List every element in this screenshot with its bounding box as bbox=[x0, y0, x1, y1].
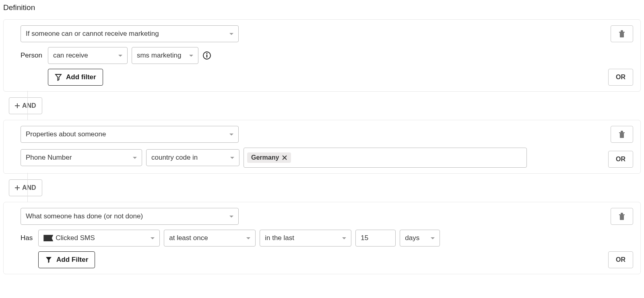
info-icon[interactable] bbox=[202, 51, 211, 60]
chevron-down-icon bbox=[246, 237, 250, 239]
rule-card: Properties about someone Phone Number co… bbox=[3, 120, 641, 174]
chevron-down-icon bbox=[431, 237, 435, 239]
add-filter-button[interactable]: Add filter bbox=[48, 69, 103, 86]
chevron-down-icon bbox=[133, 157, 137, 159]
and-connector: AND bbox=[3, 92, 641, 120]
select-label: sms marketing bbox=[137, 51, 182, 60]
chevron-down-icon bbox=[229, 33, 233, 35]
select-label: country code in bbox=[151, 154, 198, 162]
and-button[interactable]: AND bbox=[9, 179, 42, 196]
select-label: What someone has done (or not done) bbox=[26, 212, 143, 220]
country-tag: Germany bbox=[247, 152, 291, 163]
marketing-type-select[interactable]: sms marketing bbox=[132, 47, 198, 64]
has-label: Has bbox=[21, 234, 33, 242]
select-label: can receive bbox=[53, 51, 88, 60]
delete-button[interactable] bbox=[611, 208, 633, 225]
event-select[interactable]: Clicked SMS bbox=[38, 230, 160, 247]
rule-card: What someone has done (or not done) Has … bbox=[3, 202, 641, 274]
add-filter-button[interactable]: Add Filter bbox=[38, 251, 95, 268]
trash-icon bbox=[619, 30, 625, 37]
or-button[interactable]: OR bbox=[608, 69, 633, 86]
plus-icon bbox=[15, 185, 20, 190]
or-label: OR bbox=[616, 74, 625, 81]
svg-rect-2 bbox=[206, 55, 207, 58]
country-multiselect[interactable]: Germany bbox=[244, 148, 527, 168]
trash-icon bbox=[619, 131, 625, 138]
and-label: AND bbox=[22, 184, 36, 191]
or-button[interactable]: OR bbox=[608, 151, 633, 168]
or-button[interactable]: OR bbox=[608, 251, 633, 268]
select-label: Properties about someone bbox=[26, 130, 106, 138]
and-button[interactable]: AND bbox=[9, 97, 42, 114]
and-label: AND bbox=[22, 102, 36, 109]
chevron-down-icon bbox=[151, 237, 155, 239]
or-label: OR bbox=[616, 256, 625, 263]
chevron-down-icon bbox=[342, 237, 346, 239]
rule-card: If someone can or cannot receive marketi… bbox=[3, 19, 641, 92]
connector-line bbox=[27, 91, 28, 121]
range-select[interactable]: in the last bbox=[260, 230, 351, 247]
unit-select[interactable]: days bbox=[400, 230, 440, 247]
property-select[interactable]: Phone Number bbox=[21, 149, 142, 166]
add-filter-label: Add filter bbox=[66, 73, 96, 81]
and-connector: AND bbox=[3, 174, 641, 202]
filter-solid-icon bbox=[45, 256, 52, 263]
condition-type-select[interactable]: What someone has done (or not done) bbox=[21, 208, 239, 225]
chevron-down-icon bbox=[229, 216, 233, 218]
chevron-down-icon bbox=[118, 55, 122, 57]
operator-select[interactable]: country code in bbox=[146, 149, 239, 166]
person-label: Person bbox=[21, 51, 42, 60]
flag-icon bbox=[43, 235, 53, 241]
close-icon bbox=[282, 155, 287, 160]
delete-button[interactable] bbox=[611, 126, 633, 143]
trash-icon bbox=[619, 213, 625, 220]
condition-type-select[interactable]: Properties about someone bbox=[21, 126, 239, 143]
connector-line bbox=[27, 173, 28, 203]
or-label: OR bbox=[616, 156, 625, 163]
add-filter-label: Add Filter bbox=[56, 256, 88, 264]
section-title: Definition bbox=[3, 3, 641, 12]
plus-icon bbox=[15, 103, 20, 108]
svg-point-1 bbox=[206, 53, 207, 54]
chevron-down-icon bbox=[230, 157, 234, 159]
select-label: If someone can or cannot receive marketi… bbox=[26, 30, 159, 38]
tag-label: Germany bbox=[251, 154, 279, 161]
select-label: in the last bbox=[265, 234, 294, 242]
can-receive-select[interactable]: can receive bbox=[48, 47, 128, 64]
select-label: Clicked SMS bbox=[56, 234, 95, 242]
select-label: days bbox=[405, 234, 419, 242]
select-label: Phone Number bbox=[26, 154, 72, 162]
select-label: at least once bbox=[169, 234, 208, 242]
frequency-select[interactable]: at least once bbox=[164, 230, 256, 247]
remove-tag-button[interactable] bbox=[282, 155, 287, 160]
chevron-down-icon bbox=[229, 134, 233, 136]
filter-outline-icon bbox=[55, 74, 62, 81]
condition-type-select[interactable]: If someone can or cannot receive marketi… bbox=[21, 25, 239, 42]
number-input[interactable] bbox=[355, 230, 396, 247]
chevron-down-icon bbox=[189, 55, 193, 57]
delete-button[interactable] bbox=[611, 25, 633, 42]
